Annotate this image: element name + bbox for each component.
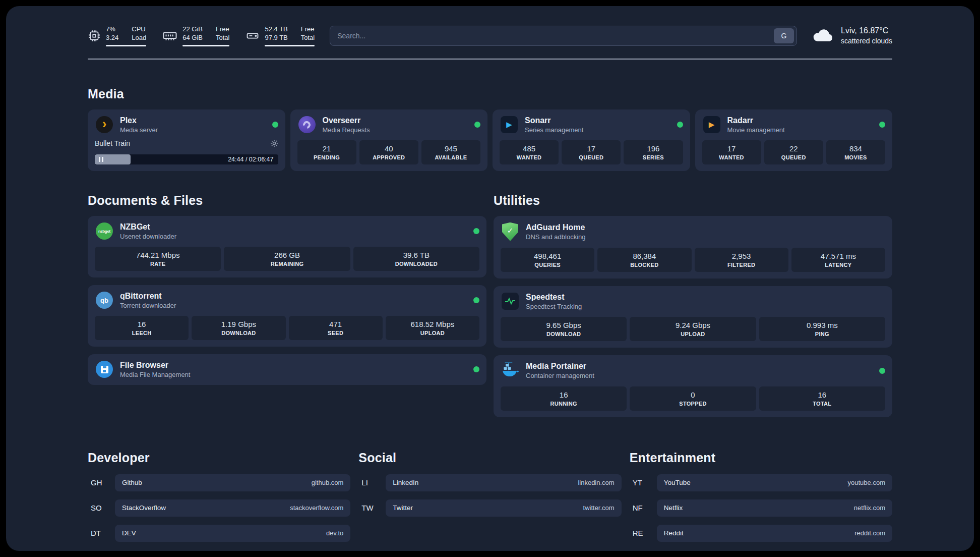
- weather-condition: scattered clouds: [841, 37, 892, 45]
- bookmark-linkedin[interactable]: LI LinkedIn linkedin.com: [358, 474, 621, 491]
- stat-tiles: 9.65 Gbps DOWNLOAD 9.24 Gbps UPLOAD 0.99…: [501, 310, 885, 341]
- bookmark-link[interactable]: YouTube youtube.com: [657, 474, 892, 491]
- stat-value: 40: [361, 144, 416, 153]
- bookmark-link[interactable]: Github github.com: [115, 474, 350, 491]
- disk-icon: [246, 29, 260, 43]
- metric-values: 22 GiB64 GiB: [182, 25, 203, 42]
- app-subtitle: Media File Management: [120, 371, 467, 378]
- app-card-overseerr[interactable]: Overseerr Media Requests 21 PENDING 40 A…: [290, 109, 488, 171]
- stat-value: 16: [761, 391, 883, 399]
- status-dot: [879, 368, 885, 374]
- gear-icon[interactable]: [270, 139, 278, 147]
- stat-label: SEED: [291, 330, 381, 336]
- stat-queued: 17 QUEUED: [562, 140, 621, 164]
- stat-pending: 21 PENDING: [297, 140, 356, 164]
- playback-progress-bar[interactable]: 24:44 / 02:06:47: [95, 154, 278, 164]
- bookmark-link[interactable]: StackOverflow stackoverflow.com: [115, 499, 350, 517]
- bookmark-reddit[interactable]: RE Reddit reddit.com: [630, 525, 892, 542]
- metric-values: 52.4 TB97.9 TB: [265, 25, 287, 42]
- stat-label: DOWNLOADED: [355, 261, 477, 267]
- app-name: qBittorrent: [120, 292, 467, 301]
- metric-usage-bar: [182, 45, 229, 46]
- overseerr-icon: [297, 116, 317, 133]
- search-bar[interactable]: G: [330, 26, 797, 46]
- pause-icon[interactable]: [99, 157, 103, 162]
- stat-value: 17: [704, 144, 759, 153]
- stat-wanted: 485 WANTED: [500, 140, 559, 164]
- stat-stopped: 0 STOPPED: [630, 386, 756, 411]
- app-card-file-browser[interactable]: File Browser Media File Management: [88, 354, 486, 385]
- stat-queries: 498,461 QUERIES: [501, 248, 594, 272]
- app-subtitle: Container management: [526, 372, 873, 379]
- bookmark-netflix[interactable]: NF Netflix netflix.com: [630, 499, 892, 517]
- stat-running: 16 RUNNING: [501, 386, 627, 411]
- cpu-icon: [88, 29, 101, 42]
- metric-labels: FreeTotal: [301, 25, 315, 42]
- stat-movies: 834 MOVIES: [826, 140, 885, 164]
- bookmark-dev[interactable]: DT DEV dev.to: [88, 525, 350, 542]
- bookmark-group-title: Social: [358, 451, 621, 465]
- app-name: NZBGet: [120, 222, 467, 232]
- stat-value: 196: [626, 144, 681, 153]
- stat-total: 16 TOTAL: [759, 386, 885, 411]
- bookmark-github[interactable]: GH Github github.com: [88, 474, 350, 491]
- bookmark-abbr: SO: [88, 504, 115, 512]
- app-card-media-portainer[interactable]: Media Portainer Container management 16 …: [494, 355, 892, 417]
- bookmark-url: dev.to: [326, 529, 343, 537]
- stat-remaining: 266 GB REMAINING: [224, 247, 350, 271]
- bookmark-stackoverflow[interactable]: SO StackOverflow stackoverflow.com: [88, 499, 350, 517]
- stat-ping: 0.993 ms PING: [759, 317, 885, 341]
- topbar-divider: [88, 59, 892, 60]
- stat-leech: 16 LEECH: [95, 316, 189, 340]
- stat-value: 39.6 TB: [355, 251, 477, 259]
- metric-usage-bar: [106, 45, 146, 46]
- metric-values: 7%3.24: [106, 25, 118, 42]
- bookmark-link[interactable]: LinkedIn linkedin.com: [386, 474, 621, 491]
- bookmark-name: Github: [122, 479, 142, 486]
- bookmark-abbr: DT: [88, 529, 115, 537]
- bookmark-youtube[interactable]: YT YouTube youtube.com: [630, 474, 892, 491]
- bookmark-link[interactable]: Twitter twitter.com: [386, 499, 621, 517]
- stat-wanted: 17 WANTED: [702, 140, 761, 164]
- stat-label: WANTED: [704, 154, 759, 160]
- app-card-nzbget[interactable]: nzbget NZBGet Usenet downloader 744.21 M…: [88, 216, 486, 277]
- app-subtitle: Media server: [120, 126, 266, 134]
- app-subtitle: Torrent downloader: [120, 302, 467, 309]
- section-media: Media › Plex Media server Bullet Train 2…: [88, 87, 892, 171]
- search-input[interactable]: [337, 32, 770, 40]
- search-engine-button[interactable]: G: [774, 28, 794, 43]
- app-card-sonarr[interactable]: ▶ Sonarr Series management 485 WANTED 17…: [493, 109, 690, 171]
- metric-usage-bar: [265, 45, 315, 46]
- bookmark-group-title: Entertainment: [630, 451, 892, 465]
- bookmark-link[interactable]: DEV dev.to: [115, 525, 350, 542]
- app-card-qbittorrent[interactable]: qb qBittorrent Torrent downloader 16 LEE…: [88, 285, 486, 347]
- app-name: Radarr: [727, 116, 874, 125]
- stat-value: 0.993 ms: [761, 321, 883, 329]
- section-utilities: Utilities ✓ AdGuard Home DNS and adblock…: [494, 193, 892, 417]
- bookmark-group-social: Social LI LinkedIn linkedin.com TW Twitt…: [358, 451, 621, 517]
- dashboard-page: 7%3.24 CPULoad 22 GiB64 GiB FreeTotal: [6, 6, 974, 551]
- bookmark-link[interactable]: Reddit reddit.com: [657, 525, 892, 542]
- app-name: AdGuard Home: [526, 223, 885, 232]
- section-title-media: Media: [88, 87, 892, 101]
- bookmark-url: github.com: [312, 479, 344, 486]
- stat-label: QUERIES: [503, 262, 592, 268]
- bookmark-abbr: YT: [630, 478, 657, 487]
- stat-label: REMAINING: [226, 261, 348, 267]
- section-documents: Documents & Files nzbget NZBGet Usenet d…: [88, 193, 486, 385]
- app-card-plex[interactable]: › Plex Media server Bullet Train 24:44 /…: [88, 109, 285, 171]
- stat-value: 485: [502, 144, 557, 153]
- bookmark-link[interactable]: Netflix netflix.com: [657, 499, 892, 517]
- stat-value: 266 GB: [226, 251, 348, 259]
- stat-label: RUNNING: [503, 401, 625, 407]
- app-card-radarr[interactable]: ▶ Radarr Movie management 17 WANTED 22 Q…: [695, 109, 893, 171]
- app-subtitle: Usenet downloader: [120, 233, 467, 240]
- app-card-adguard-home[interactable]: ✓ AdGuard Home DNS and adblocking 498,46…: [494, 216, 892, 278]
- metric-disk: 52.4 TB97.9 TB FreeTotal: [246, 25, 315, 46]
- bookmark-name: Twitter: [393, 504, 413, 512]
- bookmark-twitter[interactable]: TW Twitter twitter.com: [358, 499, 621, 517]
- bookmark-url: netflix.com: [854, 504, 885, 512]
- adguard-icon: ✓: [501, 222, 520, 241]
- app-card-speedtest[interactable]: Speedtest Speedtest Tracking 9.65 Gbps D…: [494, 286, 892, 348]
- app-name: Sonarr: [525, 116, 671, 125]
